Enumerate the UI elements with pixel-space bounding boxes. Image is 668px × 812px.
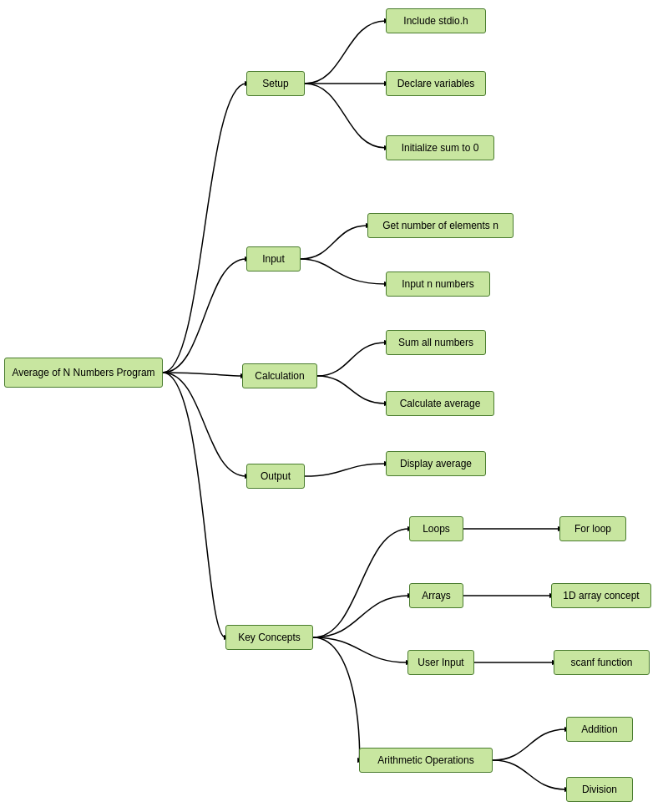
input-node: Input (246, 246, 301, 272)
declare-node: Declare variables (386, 71, 486, 96)
addition-node: Addition (566, 717, 633, 742)
include-node: Include stdio.h (386, 8, 486, 33)
sumall-node: Sum all numbers (386, 330, 486, 355)
root-node: Average of N Numbers Program (4, 358, 163, 388)
loops-node: Loops (409, 516, 463, 541)
keyconcepts-node: Key Concepts (225, 625, 313, 650)
connections-svg (0, 0, 668, 812)
calcavg-node: Calculate average (386, 391, 494, 416)
inputn-node: Input n numbers (386, 272, 490, 297)
initsum-node: Initialize sum to 0 (386, 135, 494, 160)
arithops-node: Arithmetic Operations (359, 748, 493, 773)
getnumber-node: Get number of elements n (367, 213, 514, 238)
arrays-node: Arrays (409, 583, 463, 608)
scanf-node: scanf function (554, 650, 650, 675)
forloop-node: For loop (559, 516, 626, 541)
output-node: Output (246, 464, 305, 489)
userinput-node: User Input (407, 650, 474, 675)
displayavg-node: Display average (386, 451, 486, 476)
division-node: Division (566, 777, 633, 802)
setup-node: Setup (246, 71, 305, 96)
calculation-node: Calculation (242, 363, 317, 388)
array1d-node: 1D array concept (551, 583, 651, 608)
